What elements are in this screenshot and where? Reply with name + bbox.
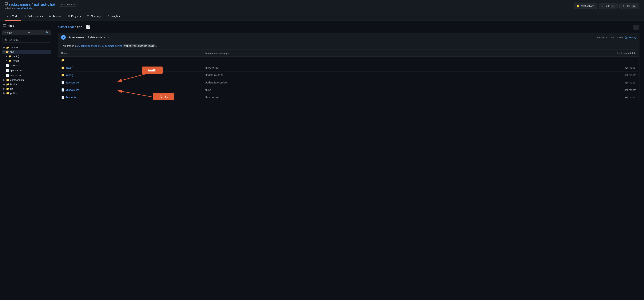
tree-item-layout-label: layout.tsx [10, 74, 21, 77]
branch-info-text-after: . [156, 44, 157, 47]
bell-icon: 🔔 [576, 5, 580, 8]
file-row-dotdot[interactable]: 📁 .. [61, 59, 205, 62]
pull-request-icon: ⑂ [24, 15, 26, 18]
notifications-label: Notifications [581, 5, 594, 8]
history-button[interactable]: History [625, 36, 636, 39]
notifications-button[interactable]: 🔔 Notifications [574, 3, 597, 9]
insights-icon: ↗ [107, 15, 109, 18]
file-row-chat[interactable]: 📁 (chat) [61, 73, 205, 77]
tab-security[interactable]: 🛡 Security [84, 13, 104, 21]
page-header: nickscamara / extract-chat Public templa… [0, 0, 644, 12]
auth-commit-msg: Nick: format [205, 66, 492, 69]
file-row-globals[interactable]: 📄 globals.css [61, 88, 205, 92]
branch-icon: ⑂ [4, 31, 6, 34]
tab-code[interactable]: <> Code [4, 13, 21, 21]
layout-commit-msg: Nick: format [205, 96, 492, 99]
forked-from-link[interactable]: vercel/ai-chatbot [17, 7, 34, 10]
tab-pull-requests[interactable]: ⑂ Pull requests [22, 13, 46, 21]
chevron-right-icon: ▶ [6, 60, 7, 62]
forked-from: forked from vercel/ai-chatbot [4, 7, 78, 10]
commit-hash: d854814 [597, 36, 607, 39]
file-icon: 📄 [61, 96, 65, 99]
tab-projects[interactable]: ⊞ Projects [65, 12, 84, 21]
auth-commit-date: last month [492, 66, 636, 69]
search-icon: 🔍 [46, 31, 49, 34]
commit-time: · [609, 36, 610, 39]
ahead-commits-link[interactable]: 30 commits ahead of, [77, 44, 101, 47]
file-table: Name Last commit message Last commit dat… [58, 50, 640, 101]
table-row: 📁 (chat) Update route.ts last month [58, 71, 639, 79]
breadcrumb-repo-link[interactable]: extract-chat [58, 25, 74, 29]
tree-item-public[interactable]: ▶ 📁 public [2, 91, 51, 95]
chevron-down-icon: ▾ [28, 31, 30, 34]
behind-commits-link[interactable]: 22 commits behind [102, 44, 122, 47]
file-icon: 📄 [6, 74, 9, 77]
commit-check-icon: ✓ [108, 36, 110, 39]
tree-item-layout[interactable]: 📄 layout.tsx [2, 73, 51, 78]
security-icon: 🛡 [87, 15, 90, 18]
breadcrumb: extract-chat / app / ··· [58, 25, 640, 30]
tab-pull-requests-label: Pull requests [28, 15, 43, 18]
tree-item-components-label: components [10, 79, 24, 81]
repo-sep: / [32, 2, 33, 7]
star-count: 97 [632, 5, 636, 8]
table-row: 📁 (auth) Nick: format last month [58, 64, 639, 71]
sidebar-files-icon [3, 24, 6, 28]
star-label: Star [626, 5, 630, 8]
commit-time-ago: last month [612, 36, 623, 39]
repo-name-link[interactable]: extract-chat [34, 2, 56, 7]
star-button[interactable]: ☆ Star 97 [620, 3, 640, 9]
table-row: 📁 .. [58, 56, 639, 64]
commit-message: Update route.ts [87, 36, 105, 39]
history-label: History [628, 36, 636, 39]
file-table-header: Name Last commit message Last commit dat… [58, 50, 639, 56]
tree-item-hooks[interactable]: ▶ 📁 hooks [2, 82, 51, 87]
copy-path-button[interactable] [86, 25, 90, 29]
search-icon-small: 🔍 [4, 39, 8, 41]
tree-item-app-label: app [10, 51, 14, 53]
file-row-favicon[interactable]: 📄 favicon.ico [61, 81, 205, 84]
chat-commit-msg: Update route.ts [205, 74, 492, 77]
tree-item-auth[interactable]: ▶ 📁 (auth) [2, 54, 51, 59]
sidebar-files-label: Files [8, 24, 14, 27]
favicon-commit-date: last month [492, 81, 636, 84]
actions-icon: ▶ [49, 15, 51, 18]
header-right: 🔔 Notifications ⑂ Fork 5 ☆ Star 97 [574, 3, 640, 9]
layout-commit-date: last month [492, 96, 636, 99]
repo-icon [4, 2, 8, 7]
tree-item-favicon[interactable]: 📄 favicon.ico [2, 63, 51, 68]
tab-insights[interactable]: ↗ Insights [104, 12, 122, 21]
tree-item-chat-label: (chat) [12, 59, 19, 62]
tree-item-globals[interactable]: 📄 globals.css [2, 68, 51, 73]
header-left: nickscamara / extract-chat Public templa… [4, 2, 78, 10]
tree-item-globals-label: globals.css [10, 69, 23, 72]
chat-commit-date: last month [492, 74, 636, 77]
branch-selector[interactable]: ⑂ main ▾ 🔍 [2, 30, 51, 35]
branch-search-btn[interactable]: 🔍 [46, 31, 49, 34]
tree-item-lib[interactable]: ▶ 📁 lib [2, 87, 51, 91]
globals-commit-date: last month [492, 88, 636, 92]
more-options-button[interactable]: ··· [633, 25, 640, 30]
repo-owner-link[interactable]: nickscamara [9, 2, 30, 7]
base-branch-code: vercel/ai-chatbot:main [123, 44, 156, 48]
commit-author: nickscamara [68, 36, 84, 39]
breadcrumb-sep: / [75, 25, 76, 29]
chevron-down-icon: ▾ [4, 51, 4, 53]
file-row-layout[interactable]: 📄 layout.tsx [61, 96, 205, 99]
folder-icon: 📁 [6, 46, 9, 49]
file-row-auth[interactable]: 📁 (auth) [61, 66, 205, 69]
chevron-right-icon: ▶ [4, 79, 5, 81]
tree-item-app[interactable]: ▾ 📂 app [2, 50, 51, 54]
go-to-file-search[interactable]: 🔍 Go to file [2, 37, 51, 43]
tree-item-components[interactable]: ▶ 📁 components [2, 78, 51, 82]
tree-item-hooks-label: hooks [10, 83, 17, 86]
fork-count: 5 [611, 5, 615, 8]
fork-button[interactable]: ⑂ Fork 5 [599, 3, 618, 9]
chevron-right-icon: ▶ [4, 46, 5, 49]
tree-item-github[interactable]: ▶ 📁 .github [2, 45, 51, 50]
search-placeholder: Go to file [9, 39, 19, 41]
main-layout: Files ⑂ main ▾ 🔍 🔍 Go to file ▶ 📁 [0, 21, 644, 300]
tab-insights-label: Insights [111, 15, 120, 18]
tree-item-chat[interactable]: ▶ 📁 (chat) [2, 59, 51, 63]
tab-actions[interactable]: ▶ Actions [46, 12, 64, 21]
